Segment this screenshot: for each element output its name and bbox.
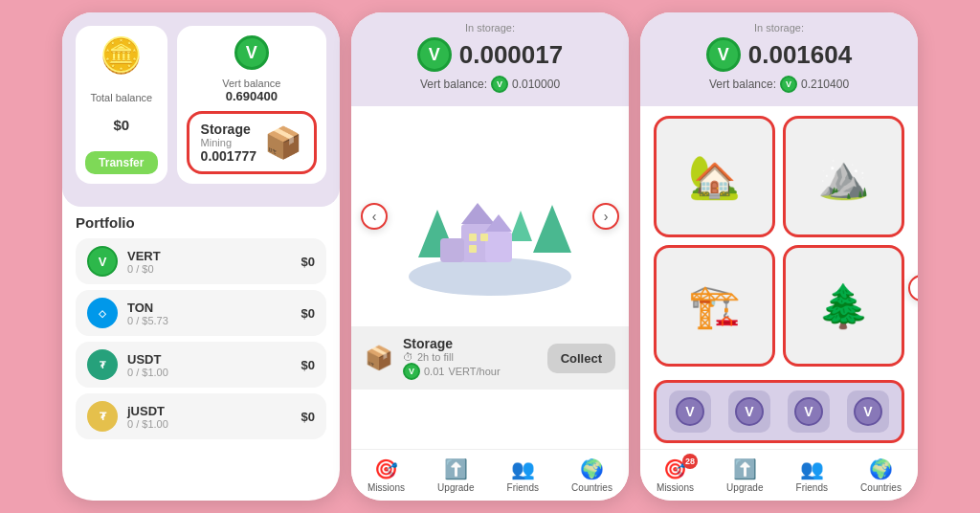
phone3-small-coin: V bbox=[780, 76, 797, 93]
phone3-missions-label: Missions bbox=[657, 482, 694, 493]
friends-icon: 👥 bbox=[511, 457, 535, 480]
nav-upgrade[interactable]: ⬆️ Upgrade bbox=[437, 457, 474, 493]
storage-rate-unit: VERT/hour bbox=[448, 366, 500, 377]
treasure-icon: 🪙 bbox=[100, 35, 143, 76]
friends-label: Friends bbox=[507, 482, 539, 493]
phone1-vert-card: V Vert balance 0.690400 Storage Mining 0… bbox=[177, 26, 326, 184]
phone3-friends-label: Friends bbox=[796, 482, 828, 493]
token-3[interactable]: V bbox=[788, 390, 830, 433]
phone2-vert-label: Vert balance: bbox=[420, 78, 487, 91]
phone3-bottom-nav: 🎯 28 Missions ⬆️ Upgrade 👥 Friends 🌍 Cou… bbox=[640, 449, 918, 501]
svg-marker-4 bbox=[533, 205, 571, 253]
phone3-nav-missions[interactable]: 🎯 28 Missions bbox=[657, 457, 694, 493]
phone3-vert-label: Vert balance: bbox=[709, 78, 776, 91]
phone2-header: In storage: V 0.000017 Vert balance: V 0… bbox=[351, 12, 629, 106]
vert-name-group: VERT 0 / $0 bbox=[127, 249, 292, 275]
usdt-amount: $0 bbox=[301, 358, 315, 372]
total-balance-label: Total balance bbox=[90, 92, 152, 103]
jusdt-sub: 0 / $1.00 bbox=[127, 418, 292, 430]
ton-name: TON bbox=[127, 301, 292, 315]
svg-marker-8 bbox=[461, 203, 495, 224]
nav-countries[interactable]: 🌍 Countries bbox=[571, 457, 612, 493]
storage-bar-text: Storage ⏱ 2h to fill V 0.01 VERT/hour bbox=[403, 336, 538, 380]
phone3-nav-upgrade[interactable]: ⬆️ Upgrade bbox=[726, 457, 763, 493]
phone2-in-storage-label: In storage: bbox=[367, 22, 613, 33]
phone2-storage-bar: 📦 Storage ⏱ 2h to fill V 0.01 VERT/hour … bbox=[351, 326, 629, 390]
building-factory[interactable]: 🏗️ bbox=[654, 245, 775, 367]
token-2[interactable]: V bbox=[728, 390, 770, 433]
countries-icon: 🌍 bbox=[580, 457, 604, 480]
vert-balance-label: Vert balance bbox=[222, 78, 280, 89]
phone2-vert-coin: V bbox=[417, 37, 452, 72]
phone3-grid: 🏡 ⛰️ 🏗️ 🌲 bbox=[640, 106, 918, 376]
phone2-vert-balance-row: Vert balance: V 0.010000 bbox=[367, 76, 613, 93]
ton-amount: $0 bbox=[301, 306, 315, 321]
right-arrow-button[interactable]: › bbox=[592, 203, 619, 230]
scene-3d-visual bbox=[394, 128, 586, 304]
vert-balance-value: 0.690400 bbox=[226, 89, 278, 103]
token-1[interactable]: V bbox=[669, 390, 711, 433]
token-4[interactable]: V bbox=[847, 390, 889, 433]
missions-badge: 28 bbox=[682, 454, 698, 469]
phone3-upgrade-icon: ⬆️ bbox=[733, 457, 757, 480]
jusdt-coin: ₮ bbox=[87, 401, 118, 432]
phone2-amount-row: V 0.000017 bbox=[367, 37, 613, 72]
ton-name-group: TON 0 / $5.73 bbox=[127, 301, 292, 326]
storage-time: 2h to fill bbox=[417, 351, 454, 363]
phone3-storage-amount: 0.001604 bbox=[748, 40, 852, 70]
portfolio-item-jusdt[interactable]: ₮ jUSDT 0 / $1.00 $0 bbox=[76, 393, 326, 439]
portfolio-title: Portfolio bbox=[76, 214, 326, 231]
phone1-top-section: 🪙 Total balance $0 Transfer V Vert balan… bbox=[62, 12, 340, 207]
phone3-countries-icon: 🌍 bbox=[869, 457, 893, 480]
phone3-nav-countries[interactable]: 🌍 Countries bbox=[860, 457, 902, 493]
phone-3: In storage: V 0.001604 Vert balance: V 0… bbox=[640, 12, 918, 501]
phone3-tokens-row: V V V V bbox=[654, 380, 904, 443]
building-farm[interactable]: 🏡 bbox=[654, 116, 775, 237]
nav-friends[interactable]: 👥 Friends bbox=[507, 457, 539, 493]
countries-label: Countries bbox=[571, 482, 612, 493]
storage-rate: 0.01 bbox=[424, 366, 444, 377]
nav-missions[interactable]: 🎯 Missions bbox=[368, 457, 405, 493]
transfer-button[interactable]: Transfer bbox=[85, 151, 158, 174]
storage-bar-info: ⏱ 2h to fill bbox=[403, 351, 538, 363]
portfolio-item-vert[interactable]: V VERT 0 / $0 $0 bbox=[76, 238, 326, 284]
svg-rect-9 bbox=[485, 232, 512, 262]
phone2-scene: ‹ bbox=[351, 106, 629, 326]
phone2-small-coin: V bbox=[491, 76, 508, 93]
phone-2: In storage: V 0.000017 Vert balance: V 0… bbox=[351, 12, 629, 501]
phone3-vert-value: 0.210400 bbox=[801, 78, 849, 91]
crate-icon: 📦 bbox=[264, 124, 302, 161]
usdt-sub: 0 / $1.00 bbox=[127, 367, 292, 378]
token-4-inner: V bbox=[854, 397, 882, 426]
jusdt-amount: $0 bbox=[301, 410, 315, 424]
phone3-header: In storage: V 0.001604 Vert balance: V 0… bbox=[640, 12, 918, 106]
phone2-vert-value: 0.010000 bbox=[512, 78, 560, 91]
collect-button[interactable]: Collect bbox=[547, 344, 615, 373]
svg-rect-12 bbox=[469, 234, 477, 241]
phone2-bottom-nav: 🎯 Missions ⬆️ Upgrade 👥 Friends 🌍 Countr… bbox=[351, 449, 629, 501]
storage-bar-name: Storage bbox=[403, 336, 538, 351]
svg-rect-11 bbox=[440, 238, 464, 262]
portfolio-item-usdt[interactable]: ₮ USDT 0 / $1.00 $0 bbox=[76, 342, 326, 388]
token-2-inner: V bbox=[735, 397, 764, 426]
storage-crate-icon: 📦 bbox=[365, 345, 393, 371]
phone3-countries-label: Countries bbox=[860, 482, 902, 493]
vert-sub: 0 / $0 bbox=[127, 263, 292, 275]
svg-point-0 bbox=[409, 257, 571, 296]
left-arrow-button[interactable]: ‹ bbox=[361, 203, 388, 230]
total-balance-value: $0 bbox=[113, 117, 129, 133]
building-forest[interactable]: 🌲 bbox=[783, 245, 904, 367]
storage-title: Storage bbox=[201, 122, 256, 137]
usdt-name: USDT bbox=[127, 352, 292, 367]
portfolio-item-ton[interactable]: ◇ TON 0 / $5.73 $0 bbox=[76, 290, 326, 336]
storage-card[interactable]: Storage Mining 0.001777 📦 bbox=[187, 111, 317, 174]
vert-coin-icon: V bbox=[234, 35, 269, 70]
building-mine[interactable]: ⛰️ bbox=[783, 116, 904, 237]
svg-marker-6 bbox=[509, 211, 532, 241]
storage-rate-row: V 0.01 VERT/hour bbox=[403, 363, 538, 380]
phone3-friends-icon: 👥 bbox=[800, 457, 824, 480]
vert-amount: $0 bbox=[301, 255, 315, 269]
vert-name: VERT bbox=[127, 249, 292, 263]
phone3-nav-friends[interactable]: 👥 Friends bbox=[796, 457, 828, 493]
storage-value: 0.001777 bbox=[201, 148, 256, 164]
